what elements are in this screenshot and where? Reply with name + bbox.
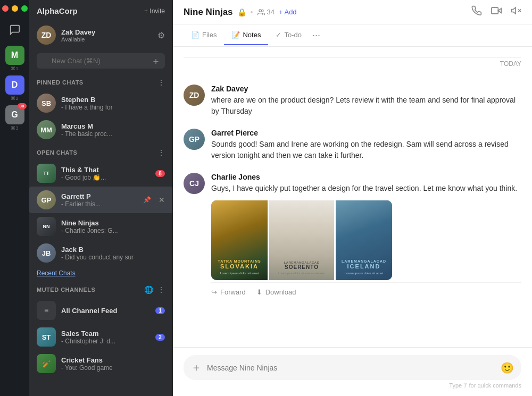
open-chats-header: OPEN CHATS ⋮ xyxy=(29,143,172,160)
files-tab-label: Files xyxy=(202,31,217,39)
muted-channels-label: MUTED CHANNELS xyxy=(37,287,95,293)
input-wrap: ＋ 🙂 xyxy=(184,355,521,380)
user-avatar: ZD xyxy=(37,26,56,45)
close-chat-icon[interactable]: ✕ xyxy=(159,196,165,204)
mute-icon[interactable] xyxy=(511,5,521,19)
open-chat-jack[interactable]: JB Jack B - Did you conduct any sur xyxy=(29,240,172,266)
open-chat-nine-ninjas[interactable]: NN Nine Ninjas - Charlie Jones: G... xyxy=(29,213,172,240)
message-row-zak: ZD Zak Davey where are we on the product… xyxy=(184,85,521,117)
header-left: Nine Ninjas 🔒 • 34 + Add xyxy=(184,7,297,18)
sidebar: AlphaCorp + Invite ZD Zak Davey Availabl… xyxy=(29,0,173,396)
chat-info-feed: All Channel Feed xyxy=(61,307,150,315)
muted-globe-icon[interactable]: 🌐 xyxy=(144,285,153,294)
minimize-traffic-light[interactable] xyxy=(12,5,18,12)
settings-icon[interactable]: ⚙ xyxy=(157,30,165,40)
muted-more-icon[interactable]: ⋮ xyxy=(157,285,165,294)
kbd-label-1: ⌘1 xyxy=(11,66,18,71)
image-panel-left: TATRA MOUNTAINS SLOVAKIA Lorem ipsum dol… xyxy=(211,200,268,280)
channel-name: Nine Ninjas xyxy=(184,7,233,18)
chat-preview-stephen: - I have a thing for xyxy=(61,104,165,111)
open-chats-label: OPEN CHATS xyxy=(37,149,77,156)
chat-icon[interactable] xyxy=(5,20,24,39)
user-name: Zak Davey xyxy=(61,28,152,36)
open-chat-garrett-p[interactable]: GP Garrett P - Earlier this... 📌 ✕ xyxy=(29,187,172,213)
phone-icon[interactable] xyxy=(471,5,482,19)
muted-channels-header: MUTED CHANNELS 🌐 ⋮ xyxy=(29,280,172,297)
pinned-chat-stephen[interactable]: SB Stephen B - I have a thing for xyxy=(29,90,172,116)
chat-badge-this-that: 8 xyxy=(155,170,165,177)
chat-name-nine-ninjas: Nine Ninjas xyxy=(61,219,165,227)
pinned-chats-more-icon[interactable]: ⋮ xyxy=(157,78,165,87)
new-chat-icon[interactable]: ＋ xyxy=(151,55,161,68)
msg-text-zak: where are we on the product design? Lets… xyxy=(211,95,521,117)
avatar-sales: ST xyxy=(37,327,56,347)
tab-todo[interactable]: ✓ To-do xyxy=(268,26,309,45)
input-area: ＋ 🙂 Type '/' for quick commands xyxy=(173,347,532,396)
open-chats-more-icon[interactable]: ⋮ xyxy=(157,148,165,157)
chat-info-garrett-p: Garrett P - Earlier this... xyxy=(61,192,138,208)
pinned-chat-marcus[interactable]: MM Marcus M - The basic proc... xyxy=(29,116,172,143)
muted-channel-sales[interactable]: ST Sales Team - Christopher J: d... 2 xyxy=(29,324,172,350)
dot-separator: • xyxy=(251,8,253,16)
message-input[interactable] xyxy=(207,364,495,372)
forward-label: Forward xyxy=(220,288,246,296)
main-content: Nine Ninjas 🔒 • 34 + Add 📄 Files xyxy=(173,0,532,396)
user-info: Zak Davey Available xyxy=(61,28,152,43)
chat-name-this-that: This & That xyxy=(61,166,150,174)
avatar-cricket: 🏏 xyxy=(37,354,56,373)
tab-files[interactable]: 📄 Files xyxy=(184,26,224,45)
muted-channel-cricket[interactable]: 🏏 Cricket Fans - You: Good game xyxy=(29,350,172,377)
chat-name-marcus: Marcus M xyxy=(61,122,165,130)
channel-feed-icon: ≡ xyxy=(37,301,56,320)
header-right xyxy=(471,5,521,19)
icon-bar: M ⌘1 D ⌘2 G 38 ⌘3 xyxy=(0,0,29,396)
close-traffic-light[interactable] xyxy=(2,5,9,12)
user-row: ZD Zak Davey Available ⚙ xyxy=(29,21,172,49)
chat-preview-sales: - Christopher J: d... xyxy=(61,338,150,345)
chat-info-marcus: Marcus M - The basic proc... xyxy=(61,122,165,138)
avatar-msg-zak: ZD xyxy=(184,85,205,106)
tab-notes[interactable]: 📝 Notes xyxy=(224,26,268,45)
chat-name-cricket: Cricket Fans xyxy=(61,356,165,364)
chat-info-cricket: Cricket Fans - You: Good game xyxy=(61,356,165,372)
avatar-garrett-p: GP xyxy=(37,190,56,209)
muted-channel-feed[interactable]: ≡ All Channel Feed 1 xyxy=(29,297,172,324)
date-divider: TODAY xyxy=(184,57,521,76)
maximize-traffic-light[interactable] xyxy=(21,5,28,12)
avatar-stephen: SB xyxy=(37,94,56,113)
chat-name-stephen: Stephen B xyxy=(61,96,165,104)
msg-author-charlie: Charlie Jones xyxy=(211,173,521,181)
message-actions: ↪ Forward ⬇ Download xyxy=(211,282,521,301)
attach-icon[interactable]: ＋ xyxy=(191,360,202,375)
search-input[interactable] xyxy=(37,53,165,69)
emoji-icon[interactable]: 🙂 xyxy=(501,361,514,374)
message-row-charlie: CJ Charlie Jones Guys, I have quickly pu… xyxy=(184,173,521,301)
workspace-avatar-m: M xyxy=(5,46,24,65)
sidebar-scrollable: PINNED CHATS ⋮ SB Stephen B - I have a t… xyxy=(29,73,172,396)
open-chat-this-that[interactable]: TT This & That - Good job 👏... 8 xyxy=(29,160,172,187)
nav-item-m[interactable]: M ⌘1 xyxy=(5,46,24,71)
invite-button[interactable]: + Invite xyxy=(144,7,165,15)
download-button[interactable]: ⬇ Download xyxy=(256,288,296,296)
tabs-more-icon[interactable]: ··· xyxy=(309,24,323,46)
add-member-button[interactable]: + Add xyxy=(279,8,297,16)
kbd-label-2: ⌘2 xyxy=(11,96,18,101)
chat-preview-marcus: - The basic proc... xyxy=(61,130,165,138)
member-count: 34 xyxy=(267,8,275,16)
nav-item-g[interactable]: G 38 ⌘3 xyxy=(5,105,24,131)
image-panel-mid: LAREMANGALACAD SOERENTO Lorem ipsum dolo… xyxy=(268,200,336,280)
chat-name-feed: All Channel Feed xyxy=(61,307,150,315)
chat-preview-this-that: - Good job 👏... xyxy=(61,174,150,181)
nav-item-d[interactable]: D ⌘2 xyxy=(5,75,24,101)
sidebar-header: AlphaCorp + Invite xyxy=(29,0,172,21)
recent-chats-link[interactable]: Recent Chats xyxy=(29,266,172,280)
input-hint: Type '/' for quick commands xyxy=(184,380,521,389)
msg-content-charlie: Charlie Jones Guys, I have quickly put t… xyxy=(211,173,521,301)
member-info: 34 xyxy=(257,8,275,16)
workspace-avatar-d: D xyxy=(5,75,24,95)
image-attachment: TATRA MOUNTAINS SLOVAKIA Lorem ipsum dol… xyxy=(211,200,392,280)
forward-button[interactable]: ↪ Forward xyxy=(211,288,246,296)
video-icon[interactable] xyxy=(491,5,502,19)
todo-tab-label: To-do xyxy=(284,31,302,39)
avatar-nine-ninjas: NN xyxy=(37,217,56,236)
